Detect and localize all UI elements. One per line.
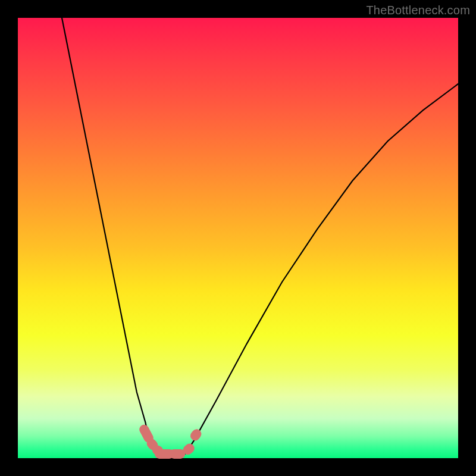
chart-svg [18,18,458,458]
chart-container: TheBottleneck.com [0,0,476,476]
svg-rect-4 [170,449,186,459]
plot-area [18,18,458,458]
svg-rect-6 [189,427,203,443]
bottleneck-curve [62,18,458,458]
watermark-text: TheBottleneck.com [366,4,470,17]
